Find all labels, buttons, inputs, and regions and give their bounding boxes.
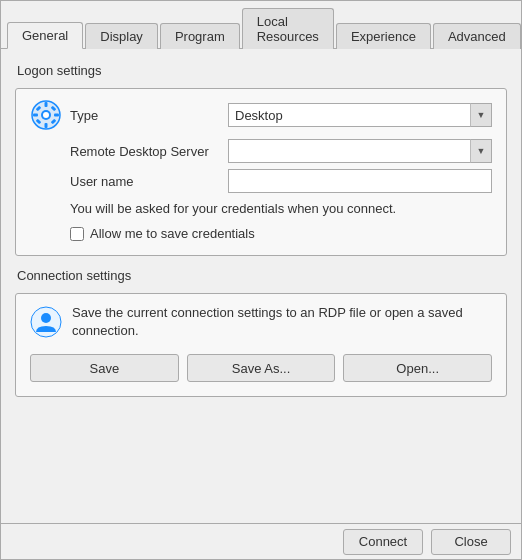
- close-button[interactable]: Close: [431, 529, 511, 555]
- connection-settings-box: Save the current connection settings to …: [15, 293, 507, 397]
- svg-rect-4: [45, 102, 48, 107]
- save-credentials-checkbox[interactable]: [70, 227, 84, 241]
- type-label: Type: [70, 108, 220, 123]
- tab-display[interactable]: Display: [85, 23, 158, 49]
- remote-server-input-wrapper: ▼: [228, 139, 492, 163]
- svg-rect-6: [33, 114, 38, 117]
- connect-button[interactable]: Connect: [343, 529, 423, 555]
- bottom-bar: Connect Close: [1, 523, 521, 559]
- credentials-info: You will be asked for your credentials w…: [70, 201, 492, 216]
- logon-section-label: Logon settings: [17, 63, 507, 78]
- save-button[interactable]: Save: [30, 354, 179, 382]
- tab-experience[interactable]: Experience: [336, 23, 431, 49]
- save-credentials-label[interactable]: Allow me to save credentials: [90, 226, 255, 241]
- logon-inner: Type Desktop RemoteApp Virtual Desktop ▼: [30, 99, 492, 241]
- person-icon: [30, 306, 62, 338]
- svg-point-13: [41, 313, 51, 323]
- type-select-wrapper: Desktop RemoteApp Virtual Desktop ▼: [228, 103, 492, 127]
- tab-advanced[interactable]: Advanced: [433, 23, 521, 49]
- tab-general[interactable]: General: [7, 22, 83, 49]
- remote-server-row: Remote Desktop Server ▼: [70, 139, 492, 163]
- main-content: Logon settings: [1, 49, 521, 523]
- connection-settings-section: Connection settings Save the current con: [15, 268, 507, 397]
- gear-icon: [30, 99, 62, 131]
- save-as-button[interactable]: Save As...: [187, 354, 336, 382]
- tab-bar: General Display Program Local Resources …: [1, 1, 521, 49]
- tab-program[interactable]: Program: [160, 23, 240, 49]
- tab-local-resources[interactable]: Local Resources: [242, 8, 334, 49]
- save-credentials-row: Allow me to save credentials: [70, 226, 492, 241]
- svg-rect-7: [54, 114, 59, 117]
- conn-info-row: Save the current connection settings to …: [30, 304, 492, 340]
- main-window: General Display Program Local Resources …: [0, 0, 522, 560]
- type-row: Type Desktop RemoteApp Virtual Desktop ▼: [30, 99, 492, 131]
- logon-settings-box: Type Desktop RemoteApp Virtual Desktop ▼: [15, 88, 507, 256]
- username-row: User name: [70, 169, 492, 193]
- svg-rect-5: [45, 123, 48, 128]
- svg-point-3: [43, 112, 49, 118]
- remote-server-label: Remote Desktop Server: [70, 144, 220, 159]
- type-dropdown[interactable]: Desktop RemoteApp Virtual Desktop: [228, 103, 492, 127]
- open-button[interactable]: Open...: [343, 354, 492, 382]
- connection-info-text: Save the current connection settings to …: [72, 304, 492, 340]
- conn-inner: Save the current connection settings to …: [30, 304, 492, 382]
- connection-section-label: Connection settings: [17, 268, 507, 283]
- username-input[interactable]: [228, 169, 492, 193]
- remote-server-input[interactable]: [228, 139, 492, 163]
- button-row: Save Save As... Open...: [30, 354, 492, 382]
- remote-server-dropdown-arrow[interactable]: ▼: [470, 139, 492, 163]
- logon-settings-section: Logon settings: [15, 63, 507, 256]
- username-label: User name: [70, 174, 220, 189]
